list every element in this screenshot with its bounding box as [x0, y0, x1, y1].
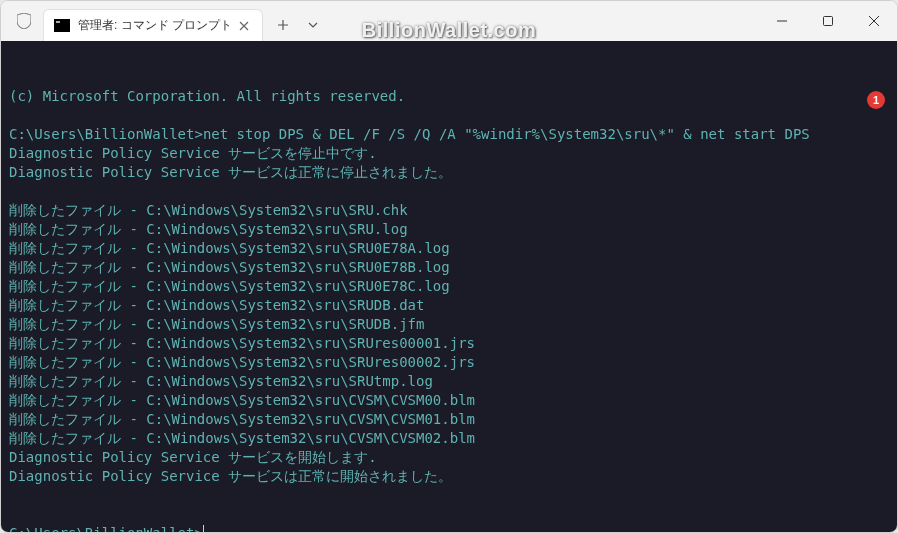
output-line: 削除したファイル - C:\Windows\System32\sru\CVSM\…: [9, 430, 475, 446]
close-button[interactable]: [851, 5, 897, 37]
output-line: Diagnostic Policy Service サービスは正常に停止されまし…: [9, 164, 452, 180]
titlebar: 管理者: コマンド プロンプト BillionWallet.com: [1, 1, 897, 41]
svg-rect-0: [824, 17, 833, 26]
maximize-button[interactable]: [805, 5, 851, 37]
output-line: 削除したファイル - C:\Windows\System32\sru\SRU0E…: [9, 278, 450, 294]
close-tab-icon[interactable]: [236, 18, 252, 34]
output-line: 削除したファイル - C:\Windows\System32\sru\SRU0E…: [9, 240, 450, 256]
output-line: Diagnostic Policy Service サービスは正常に開始されまし…: [9, 468, 452, 484]
output-line: 削除したファイル - C:\Windows\System32\sru\SRUDB…: [9, 297, 424, 313]
watermark: BillionWallet.com: [362, 19, 536, 42]
minimize-button[interactable]: [759, 5, 805, 37]
terminal-output[interactable]: 1 (c) Microsoft Corporation. All rights …: [1, 41, 897, 532]
output-line: 削除したファイル - C:\Windows\System32\sru\SRUre…: [9, 354, 475, 370]
tab-title: 管理者: コマンド プロンプト: [78, 17, 232, 34]
cmd-icon: [54, 19, 70, 32]
output-line: 削除したファイル - C:\Windows\System32\sru\SRU.l…: [9, 221, 408, 237]
cursor: [203, 525, 204, 532]
shield-icon: [17, 13, 31, 29]
output-line: (c) Microsoft Corporation. All rights re…: [9, 88, 405, 104]
admin-shield-area: [9, 1, 39, 41]
prompt-line: C:\Users\BillionWallet>: [9, 525, 204, 532]
new-tab-button[interactable]: [269, 11, 297, 39]
tab-dropdown-button[interactable]: [299, 11, 327, 39]
prompt-line: C:\Users\BillionWallet>net stop DPS & DE…: [9, 126, 810, 142]
output-line: 削除したファイル - C:\Windows\System32\sru\CVSM\…: [9, 411, 475, 427]
output-line: 削除したファイル - C:\Windows\System32\sru\SRUtm…: [9, 373, 433, 389]
annotation-badge: 1: [867, 91, 885, 109]
output-line: 削除したファイル - C:\Windows\System32\sru\SRUre…: [9, 335, 475, 351]
output-line: Diagnostic Policy Service サービスを停止中です.: [9, 145, 377, 161]
terminal-window: 管理者: コマンド プロンプト BillionWallet.com 1 (c) …: [0, 0, 898, 533]
tab-cmd[interactable]: 管理者: コマンド プロンプト: [43, 9, 263, 41]
output-line: 削除したファイル - C:\Windows\System32\sru\SRUDB…: [9, 316, 424, 332]
output-line: 削除したファイル - C:\Windows\System32\sru\SRU0E…: [9, 259, 450, 275]
output-line: Diagnostic Policy Service サービスを開始します.: [9, 449, 377, 465]
output-line: 削除したファイル - C:\Windows\System32\sru\CVSM\…: [9, 392, 475, 408]
output-line: 削除したファイル - C:\Windows\System32\sru\SRU.c…: [9, 202, 408, 218]
window-controls: [759, 1, 897, 41]
